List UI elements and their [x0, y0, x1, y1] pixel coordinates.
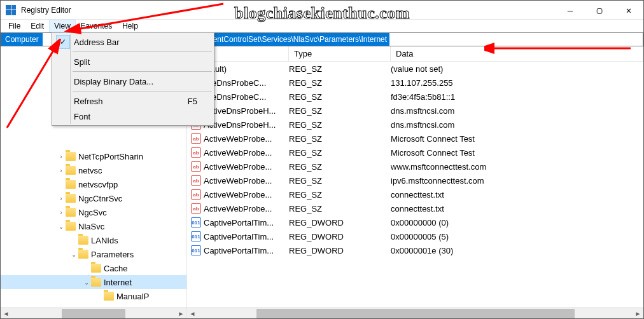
value-row[interactable]: abtiveDnsProbeC...REG_SZfd3e:4f5a:5b81::… [187, 90, 643, 104]
value-type: REG_SZ [289, 120, 391, 130]
value-name: ActiveWebProbe... [204, 190, 289, 200]
tree-item[interactable]: netvscvfpp [1, 177, 186, 191]
dword-icon: 011 [191, 245, 201, 255]
menu-item-address-bar[interactable]: ✓ Address Bar [53, 34, 213, 50]
value-row[interactable]: 011CaptivePortalTim...REG_DWORD0x0000001… [187, 243, 643, 257]
values-hscroll[interactable]: ◄ ► [187, 308, 643, 318]
value-data: connecttest.txt [391, 204, 643, 214]
value-type: REG_SZ [289, 106, 391, 116]
menu-edit[interactable]: Edit [25, 20, 49, 32]
scroll-right-icon[interactable]: ► [176, 308, 186, 319]
menu-item-refresh[interactable]: Refresh F5 [53, 93, 213, 109]
scroll-left-icon[interactable]: ◄ [187, 308, 198, 319]
value-row[interactable]: abActiveDnsProbeH...REG_SZdns.msftncsi.c… [187, 118, 643, 132]
tree-toggle-icon[interactable]: › [57, 209, 66, 216]
tree-item[interactable]: ›NgcCtnrSvc [1, 191, 186, 205]
tree-toggle-icon[interactable]: › [57, 195, 66, 202]
tree-toggle-icon[interactable]: ⌄ [82, 279, 91, 286]
value-row[interactable]: abActiveWebProbe...REG_SZwww.msftconnect… [187, 160, 643, 173]
tree-item-label: NetTcpPortSharin [78, 152, 143, 161]
tree-item[interactable]: ManualP [1, 289, 186, 303]
tree-item[interactable]: Cache [1, 261, 186, 275]
folder-icon [66, 152, 76, 161]
menu-item-split[interactable]: Split [53, 54, 213, 69]
menu-separator [73, 91, 212, 92]
value-type: REG_SZ [289, 92, 391, 102]
tree-item-label: netvscvfpp [78, 180, 118, 189]
col-type[interactable]: Type [289, 46, 391, 61]
value-data: ipv6.msftconnecttest.com [391, 176, 643, 186]
value-data: (value not set) [391, 64, 643, 74]
menu-view[interactable]: View [49, 20, 76, 32]
folder-icon [91, 264, 101, 273]
menu-favorites[interactable]: Favorites [76, 20, 117, 32]
string-icon: ab [191, 203, 201, 214]
col-data[interactable]: Data [391, 46, 643, 61]
tree-toggle-icon[interactable]: ⌄ [57, 223, 66, 230]
tree-toggle-icon[interactable]: › [57, 167, 66, 174]
value-row[interactable]: 011CaptivePortalTim...REG_DWORD0x0000000… [187, 215, 643, 229]
column-headers[interactable]: e Type Data [187, 46, 643, 62]
scroll-right-icon[interactable]: ► [633, 308, 643, 319]
tree-item[interactable]: LANIds [1, 233, 186, 247]
menu-item-label: Split [74, 57, 90, 67]
tree-toggle-icon[interactable]: › [57, 153, 66, 160]
tree-item[interactable]: ›NgcSvc [1, 205, 186, 219]
tree-item[interactable]: ›NetTcpPortSharin [1, 149, 186, 163]
value-row[interactable]: 011CaptivePortalTim...REG_DWORD0x0000000… [187, 229, 643, 243]
string-icon: ab [191, 189, 201, 200]
scroll-left-icon[interactable]: ◄ [1, 308, 11, 319]
value-name: efault) [204, 64, 289, 74]
folder-icon [91, 278, 101, 287]
values-list[interactable]: abefault)REG_SZ(value not set)abtiveDnsP… [187, 62, 643, 257]
value-row[interactable]: abActiveWebProbe...REG_SZMicrosoft Conne… [187, 146, 643, 160]
tree-item[interactable]: ⌄Parameters [1, 247, 186, 261]
tree-item-label: Internet [104, 278, 132, 287]
menu-help[interactable]: Help [117, 20, 143, 32]
value-row[interactable]: abtiveDnsProbeC...REG_SZ131.107.255.255 [187, 76, 643, 90]
close-button[interactable]: ✕ [614, 1, 643, 20]
registry-tree[interactable]: ›NetTcpPortSharin›netvscnetvscvfpp›NgcCt… [1, 147, 186, 303]
value-data: connecttest.txt [391, 190, 643, 200]
value-type: REG_SZ [289, 134, 391, 144]
tree-toggle-icon[interactable]: ⌄ [69, 251, 78, 258]
value-name: tiveDnsProbeC... [204, 92, 289, 102]
value-row[interactable]: abefault)REG_SZ(value not set) [187, 62, 643, 76]
value-data: Microsoft Connect Test [391, 148, 643, 158]
value-name: ActiveDnsProbeH... [204, 106, 289, 116]
scroll-thumb[interactable] [62, 309, 125, 318]
menu-item-label: Display Binary Data... [74, 77, 153, 86]
dword-icon: 011 [191, 217, 201, 227]
tree-item[interactable]: ›netvsc [1, 163, 186, 177]
tree-item-label: netvsc [78, 166, 102, 175]
tree-hscroll[interactable]: ◄ ► [1, 308, 186, 318]
value-row[interactable]: abActiveWebProbe...REG_SZipv6.msftconnec… [187, 173, 643, 187]
minimize-button[interactable]: — [556, 1, 585, 20]
value-data: fd3e:4f5a:5b81::1 [391, 92, 643, 102]
folder-icon [66, 194, 76, 203]
value-row[interactable]: abActiveWebProbe...REG_SZconnecttest.txt [187, 187, 643, 201]
tree-item-label: NlaSvc [78, 222, 104, 231]
folder-icon [66, 166, 76, 175]
scroll-thumb[interactable] [256, 309, 575, 318]
tree-item[interactable]: ⌄Internet [1, 275, 186, 289]
tree-item-label: Parameters [91, 250, 134, 259]
tree-item-label: NgcCtnrSvc [78, 194, 122, 203]
value-row[interactable]: abActiveWebProbe...REG_SZMicrosoft Conne… [187, 132, 643, 146]
menu-item-label: Font [74, 112, 90, 121]
menu-file[interactable]: File [3, 20, 25, 32]
string-icon: ab [191, 161, 201, 172]
value-row[interactable]: abActiveWebProbe...REG_SZconnecttest.txt [187, 201, 643, 215]
maximize-button[interactable]: ▢ [585, 1, 614, 20]
menu-item-label: Address Bar [74, 37, 120, 47]
value-row[interactable]: abActiveDnsProbeH...REG_SZdns.msftncsi.c… [187, 104, 643, 118]
menu-item-font[interactable]: Font [53, 109, 213, 124]
menu-item-display-binary[interactable]: Display Binary Data... [53, 74, 213, 89]
values-pane: e Type Data abefault)REG_SZ(value not se… [186, 46, 643, 318]
tree-item[interactable]: ⌄NlaSvc [1, 219, 186, 233]
string-icon: ab [191, 133, 201, 144]
value-name: ActiveWebProbe... [204, 204, 289, 214]
value-type: REG_SZ [289, 176, 391, 186]
value-type: REG_DWORD [289, 232, 391, 241]
address-root: Computer [1, 33, 43, 46]
